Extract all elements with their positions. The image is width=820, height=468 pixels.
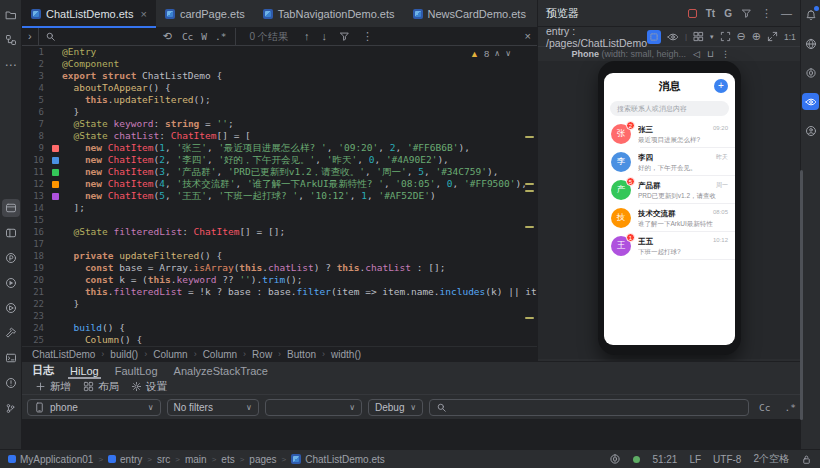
device-more-icon[interactable]: ⋮ xyxy=(721,50,730,59)
log-action-plus[interactable]: 新增 xyxy=(32,380,74,394)
editor-tab-cardpage-ets[interactable]: cardPage.ets xyxy=(156,0,254,27)
todo-panel-icon[interactable] xyxy=(2,224,20,242)
encoding-label[interactable]: UTF-8 xyxy=(713,454,741,465)
log-tab-analyzestacktrace[interactable]: AnalyzeStackTrace xyxy=(174,362,268,379)
log-regex-toggle[interactable]: .* xyxy=(781,402,800,413)
code-line[interactable]: 12 new ChatItem(4, '技术交流群', '谁了解一下ArkUI最… xyxy=(22,178,537,190)
device-select[interactable]: phone∨ xyxy=(27,399,161,416)
code-line[interactable]: 10 new ChatItem(2, '李四', '好的，下午开会见。', '昨… xyxy=(22,154,537,166)
status-path-item[interactable]: ets xyxy=(221,454,234,465)
editor-tab-tabnavigationdemo-ets[interactable]: TabNavigationDemo.ets xyxy=(254,0,404,27)
breadcrumb-item[interactable]: ChatListDemo xyxy=(32,349,95,360)
code-line[interactable]: 11 new ChatItem(3, '产品群', 'PRD已更新到v1.2，请… xyxy=(22,166,537,178)
code-line[interactable]: 5 this.updateFiltered(); xyxy=(22,94,537,106)
code-line[interactable]: 19 const base = Array.isArray(this.chatL… xyxy=(22,262,537,274)
color-swatch[interactable] xyxy=(52,145,59,152)
warning-stripe-mark[interactable] xyxy=(525,136,534,138)
code-line[interactable]: 13 new ChatItem(5, '王五', '下班一起打球? ', '10… xyxy=(22,190,537,202)
warning-stripe-mark[interactable] xyxy=(525,226,534,228)
structure-icon[interactable] xyxy=(2,31,20,49)
project-folder-icon[interactable] xyxy=(2,6,20,24)
code-line[interactable]: 23 xyxy=(22,310,537,322)
frame-icon[interactable] xyxy=(720,31,731,42)
problems-p-icon[interactable] xyxy=(2,249,20,267)
services-icon[interactable] xyxy=(2,274,20,292)
caret-position[interactable]: 51:21 xyxy=(652,454,677,465)
prev-warning-icon[interactable]: ∧ xyxy=(494,50,500,58)
log-output[interactable] xyxy=(22,419,800,451)
log-action-layout[interactable]: 布局 xyxy=(80,380,122,394)
language-icon[interactable]: G xyxy=(724,8,732,19)
inspection-widget[interactable]: ▲ 8 ∧ ∨ xyxy=(470,48,511,59)
run-icon[interactable] xyxy=(2,299,20,317)
breadcrumb-item[interactable]: build() xyxy=(110,349,138,360)
log-search-input[interactable] xyxy=(429,399,749,416)
multi-preview-chevron-icon[interactable]: ▾ xyxy=(710,33,714,40)
find-filter-icon[interactable] xyxy=(333,31,356,42)
find-more-icon[interactable]: ⋮ xyxy=(356,31,379,42)
panel-scrollbar[interactable] xyxy=(800,170,803,420)
log-tab-faultlog[interactable]: FaultLog xyxy=(115,362,158,379)
chat-list-item[interactable]: 产5产品群PRD已更新到v1.2，请查收。周一 xyxy=(604,176,735,204)
code-line[interactable]: 20 const k = (this.keyword ?? '').trim()… xyxy=(22,274,537,286)
expand-find-icon[interactable]: › xyxy=(22,31,38,42)
log-tab-hilog[interactable]: HiLog xyxy=(70,362,99,379)
filter-icon[interactable] xyxy=(741,8,752,19)
code-line[interactable]: 6 } xyxy=(22,106,537,118)
inspect-mode-icon[interactable] xyxy=(647,30,661,44)
code-line[interactable]: 2@Component xyxy=(22,58,537,70)
preview-eye-icon[interactable] xyxy=(667,31,679,43)
color-swatch[interactable] xyxy=(52,193,59,200)
code-line[interactable]: 16 @State filteredList: ChatItem[] = []; xyxy=(22,226,537,238)
close-find-icon[interactable]: × xyxy=(519,31,537,42)
next-warning-icon[interactable]: ∨ xyxy=(505,50,511,58)
hide-panel-icon[interactable]: — xyxy=(781,8,792,19)
warning-stripe-mark[interactable] xyxy=(525,183,534,185)
previewer-more-icon[interactable]: ⋮ xyxy=(761,8,772,19)
git-branch-icon[interactable] xyxy=(2,399,20,417)
words-toggle[interactable]: W xyxy=(197,31,211,42)
code-editor[interactable]: ▲ 8 ∧ ∨ 1@Entry2@Component3export struct… xyxy=(22,46,537,346)
code-line[interactable]: 1@Entry xyxy=(22,46,537,58)
status-path-item[interactable]: src xyxy=(157,454,170,465)
problems-icon[interactable] xyxy=(2,374,20,392)
color-swatch[interactable] xyxy=(52,157,59,164)
profiler-icon[interactable] xyxy=(802,122,819,139)
color-swatch[interactable] xyxy=(52,181,59,188)
code-line[interactable]: 24 build() { xyxy=(22,322,537,334)
breadcrumb-item[interactable]: width() xyxy=(331,349,361,360)
log-match-case-toggle[interactable]: Cc xyxy=(755,402,774,413)
status-path-item[interactable]: ChatListDemo.ets xyxy=(291,454,384,465)
search-history-icon[interactable]: ⟲ xyxy=(157,31,178,42)
code-line[interactable]: 8 @State chatList: ChatItem[] = [ xyxy=(22,130,537,142)
status-path-item[interactable]: main xyxy=(185,454,207,465)
warning-stripe-mark[interactable] xyxy=(525,190,534,192)
code-line[interactable]: 18 private updateFiltered() { xyxy=(22,250,537,262)
color-swatch[interactable] xyxy=(52,169,59,176)
previewer-entry-path[interactable]: entry : /pages/ChatListDemo xyxy=(546,25,647,49)
regex-toggle[interactable]: .* xyxy=(211,31,230,42)
more-tools-icon[interactable]: ⋯ xyxy=(2,56,20,74)
font-size-icon[interactable]: Tt xyxy=(706,8,715,19)
record-square-icon[interactable] xyxy=(688,9,697,18)
match-case-toggle[interactable]: Cc xyxy=(178,31,197,42)
code-line[interactable]: 25 Column() { xyxy=(22,334,537,346)
close-tab-icon[interactable]: × xyxy=(140,8,146,20)
status-path-item[interactable]: pages xyxy=(249,454,276,465)
editor-tab-newscarddemo-ets[interactable]: NewsCardDemo.ets xyxy=(404,0,535,27)
chat-search-input[interactable]: 搜索联系人或消息内容 xyxy=(610,101,729,116)
code-line[interactable]: 4 aboutToAppear() { xyxy=(22,82,537,94)
chat-list-item[interactable]: 技技术交流群谁了解一下ArkUI最新特性?08:05 xyxy=(604,204,735,232)
breadcrumb-item[interactable]: Row xyxy=(252,349,272,360)
chat-list-item[interactable]: 张2张三最近项目进展怎么样?09:20 xyxy=(604,120,735,148)
previewer-tool-icon[interactable] xyxy=(802,93,819,110)
breadcrumb-item[interactable]: Column xyxy=(203,349,237,360)
code-line[interactable]: 14 ]; xyxy=(22,202,537,214)
line-ending-label[interactable]: LF xyxy=(689,454,701,465)
terminal-icon[interactable] xyxy=(2,349,20,367)
next-match-icon[interactable]: ↓ xyxy=(315,31,333,42)
code-line[interactable]: 17 xyxy=(22,238,537,250)
dock-icon[interactable]: ⊔ xyxy=(707,50,714,59)
zoom-out-icon[interactable]: ⊖ xyxy=(737,31,746,42)
ai-assistant-icon[interactable] xyxy=(609,453,621,465)
